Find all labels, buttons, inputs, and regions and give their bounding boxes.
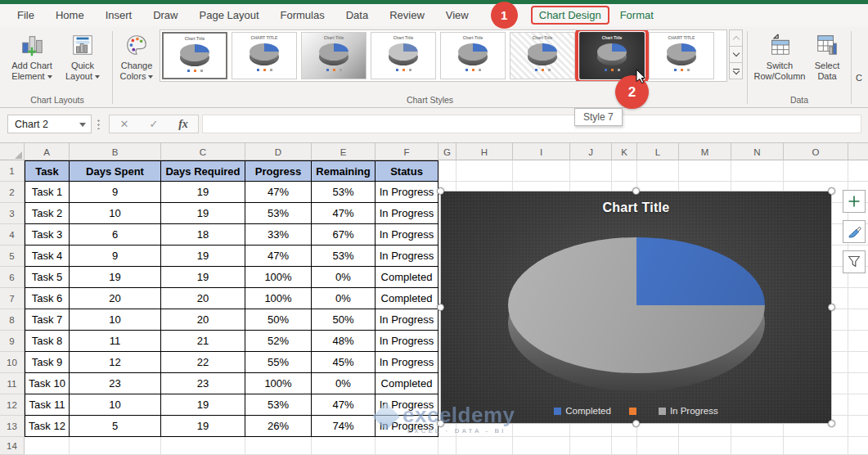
- cell-C6[interactable]: 19: [161, 267, 245, 288]
- cell-B7[interactable]: 20: [70, 288, 161, 309]
- select-data-button[interactable]: Select Data: [807, 29, 847, 82]
- chart-styles-button[interactable]: [843, 220, 866, 243]
- cancel-icon[interactable]: ✕: [113, 118, 136, 130]
- tab-insert[interactable]: Insert: [95, 6, 143, 25]
- tab-format[interactable]: Format: [609, 6, 664, 25]
- cell-B14[interactable]: [70, 437, 161, 455]
- cell-C3[interactable]: 19: [161, 203, 245, 224]
- name-box-caret-icon[interactable]: [79, 123, 86, 127]
- cell-N1[interactable]: [731, 160, 784, 182]
- cell-K14[interactable]: [612, 437, 637, 455]
- cell-F8[interactable]: In Progress: [376, 309, 438, 331]
- cell-C4[interactable]: 18: [161, 224, 245, 246]
- enter-icon[interactable]: ✓: [142, 118, 165, 130]
- cell-N14[interactable]: [731, 437, 784, 455]
- cell-D12[interactable]: 53%: [245, 394, 312, 416]
- cell-C7[interactable]: 20: [161, 288, 245, 309]
- column-header-C[interactable]: C: [161, 143, 245, 160]
- tab-view[interactable]: View: [435, 6, 479, 25]
- cell-D13[interactable]: 26%: [245, 416, 312, 437]
- tab-draw[interactable]: Draw: [142, 6, 188, 25]
- cell-B2[interactable]: 9: [70, 182, 161, 203]
- gallery-scroll-up-button[interactable]: [729, 29, 743, 47]
- cell-C14[interactable]: [161, 437, 245, 455]
- cell-D11[interactable]: 100%: [245, 373, 312, 394]
- cell-G1[interactable]: [438, 160, 456, 182]
- switch-row-column-button[interactable]: Switch Row/Column: [752, 29, 807, 82]
- column-header-O[interactable]: O: [784, 143, 848, 160]
- insert-function-icon[interactable]: fx: [172, 118, 195, 131]
- style-thumb-2[interactable]: Chart Title: [232, 32, 297, 79]
- tab-formulas[interactable]: Formulas: [270, 6, 335, 25]
- cell-D9[interactable]: 52%: [245, 331, 312, 352]
- cell-F3[interactable]: In Progress: [376, 203, 438, 224]
- cell-I1[interactable]: [513, 160, 570, 182]
- cell-C9[interactable]: 21: [161, 331, 245, 352]
- row-header-12[interactable]: 12: [0, 394, 25, 416]
- cell-D10[interactable]: 55%: [245, 352, 312, 373]
- cell-M14[interactable]: [679, 437, 731, 455]
- tab-file[interactable]: File: [7, 6, 45, 25]
- cell-E10[interactable]: 45%: [312, 352, 376, 373]
- selection-handle-w[interactable]: [437, 304, 444, 311]
- legend-item-unlabeled[interactable]: [629, 408, 641, 415]
- chart-filters-button[interactable]: [843, 250, 866, 273]
- cell-E9[interactable]: 48%: [312, 331, 376, 352]
- cell-B6[interactable]: 19: [70, 267, 161, 288]
- cell-L1[interactable]: [637, 160, 679, 182]
- cell-E7[interactable]: 0%: [312, 288, 376, 309]
- cell-A10[interactable]: Task 9: [25, 352, 70, 373]
- cell-O14[interactable]: [784, 437, 848, 455]
- selection-handle-s[interactable]: [632, 420, 640, 427]
- chart-elements-button[interactable]: [843, 190, 866, 213]
- row-header-4[interactable]: 4: [0, 224, 25, 246]
- cell-B12[interactable]: 10: [70, 394, 161, 416]
- cell-E5[interactable]: 53%: [312, 246, 376, 267]
- column-header-partial[interactable]: [848, 143, 868, 160]
- cell-B8[interactable]: 10: [70, 309, 161, 331]
- cell-A12[interactable]: Task 11: [25, 394, 70, 416]
- cell-B4[interactable]: 6: [70, 224, 161, 246]
- style-thumb-7[interactable]: Chart Title: [579, 32, 645, 79]
- cell-A7[interactable]: Task 6: [25, 288, 70, 309]
- cell-D1[interactable]: Progress: [245, 160, 312, 182]
- cell-F13[interactable]: In Progress: [376, 416, 438, 437]
- cell-L14[interactable]: [637, 437, 679, 455]
- cell-O1[interactable]: [784, 160, 848, 182]
- column-header-L[interactable]: L: [637, 143, 679, 160]
- selection-handle-nw[interactable]: [437, 187, 444, 195]
- cell-C2[interactable]: 19: [161, 182, 245, 203]
- row-header-14[interactable]: 14: [0, 437, 25, 455]
- style-thumb-8[interactable]: Chart Title: [649, 32, 714, 79]
- row-header-8[interactable]: 8: [0, 309, 25, 331]
- style-thumb-1[interactable]: Chart Title: [162, 32, 227, 79]
- row-header-1[interactable]: 1: [0, 160, 25, 182]
- tab-home[interactable]: Home: [45, 6, 95, 25]
- cell-F10[interactable]: In Progress: [376, 352, 438, 373]
- selection-handle-ne[interactable]: [828, 187, 835, 195]
- chart-title[interactable]: Chart Title: [441, 200, 831, 215]
- cell-D3[interactable]: 53%: [245, 203, 312, 224]
- cell-A9[interactable]: Task 8: [25, 331, 70, 352]
- cell-D14[interactable]: [245, 437, 312, 455]
- cell-F4[interactable]: In Progress: [376, 224, 438, 246]
- cell-F12[interactable]: In Progress: [376, 394, 438, 416]
- select-all-corner[interactable]: [0, 143, 25, 160]
- cell-A5[interactable]: Task 4: [25, 246, 70, 267]
- row-header-3[interactable]: 3: [0, 203, 25, 224]
- cell-F14[interactable]: [376, 437, 438, 455]
- chart-object[interactable]: Chart Title CompletedIn Progress: [440, 191, 832, 424]
- column-header-E[interactable]: E: [312, 143, 376, 160]
- cell-D4[interactable]: 33%: [245, 224, 312, 246]
- selection-handle-sw[interactable]: [437, 420, 444, 427]
- cell-B10[interactable]: 12: [70, 352, 161, 373]
- cell-D6[interactable]: 100%: [245, 267, 312, 288]
- style-thumb-3[interactable]: Chart Title: [301, 32, 367, 79]
- cell-B5[interactable]: 9: [70, 246, 161, 267]
- add-chart-element-button[interactable]: Add Chart Element: [7, 29, 57, 82]
- selection-handle-e[interactable]: [828, 304, 835, 311]
- tab-review[interactable]: Review: [379, 6, 435, 25]
- cell-A2[interactable]: Task 1: [25, 182, 70, 203]
- cell-F7[interactable]: Completed: [376, 288, 438, 309]
- cell-J14[interactable]: [570, 437, 612, 455]
